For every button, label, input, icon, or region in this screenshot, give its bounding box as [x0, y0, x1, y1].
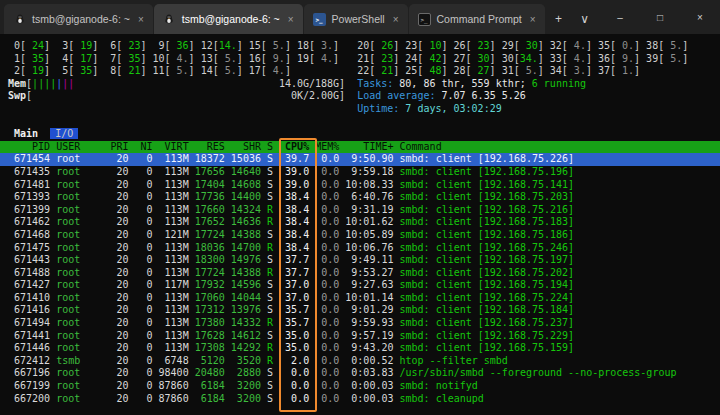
tab-close-icon[interactable]: × [138, 14, 144, 25]
uptime: Uptime: 7 days, 03:02:29 [357, 103, 502, 114]
cell-pid: 671446 [8, 342, 50, 353]
cell-res: 17628 [195, 330, 225, 341]
terminal[interactable]: 0[24]3[19]6[23]9[36]12[14.]15[5.]18[3.]2… [0, 34, 720, 415]
cell-pri: 20 [110, 191, 128, 202]
process-row[interactable]: 671399 root 20 0 113M 17660 14324 R 38.4… [0, 204, 720, 217]
cell-time: 0:03.83 [345, 367, 393, 378]
process-row[interactable]: 671462 root 20 0 113M 17652 14636 R 38.4… [0, 216, 720, 229]
cell-cpu: 0.0 [279, 367, 309, 378]
column-header-virt[interactable]: VIRT [159, 141, 189, 152]
column-header-shr[interactable]: SHR [231, 141, 261, 152]
process-row[interactable]: 671410 root 20 0 113M 17060 14044 S 37.0… [0, 292, 720, 305]
cell-pid: 671427 [8, 279, 50, 290]
uptime-value: 7 days, 03:02:29 [405, 103, 501, 114]
cpu-meter-row: 0[24]3[19]6[23]9[36]12[14.]15[5.]18[3.]2… [8, 40, 720, 53]
cell-res: 17724 [195, 267, 225, 278]
cell-ni: 0 [134, 229, 152, 240]
cell-shr: 14292 [231, 342, 261, 353]
cell-res: 5120 [195, 355, 225, 366]
cpu-meter: 29[30] [502, 40, 544, 51]
tab-close-icon[interactable]: × [530, 14, 536, 25]
minimize-button[interactable]: – [600, 0, 640, 34]
htop-tab-io[interactable]: I/O [50, 128, 78, 139]
cpu-meter-row: 2[19]5[35]8[21]11[5.]14[5.]17[4.]22[21]2… [8, 65, 720, 78]
process-row[interactable]: 671435 root 20 0 113M 17656 14640 S 39.0… [0, 166, 720, 179]
process-row[interactable]: 667196 root 20 0 98400 20480 2880 S 0.0 … [0, 367, 720, 380]
memory-meter-value: 14.0G/188G [279, 78, 339, 91]
process-row[interactable]: 671446 root 20 0 113M 17308 14292 R 35.0… [0, 342, 720, 355]
terminal-tab[interactable]: >_PowerShell× [304, 4, 408, 34]
load-average: Load average: 7.07 6.35 5.26 [357, 90, 526, 101]
cell-time: 0:00.03 [345, 380, 393, 391]
cpu-meter: 8[21] [104, 65, 146, 76]
cell-pri: 20 [110, 292, 128, 303]
cell-user: root [56, 292, 110, 303]
cell-mem: 0.0 [315, 342, 339, 353]
column-header-pid[interactable]: PID [8, 141, 50, 152]
process-row[interactable]: 671475 root 20 0 113M 18036 14700 R 38.4… [0, 242, 720, 255]
tab-dropdown-button[interactable]: ∨ [572, 4, 598, 34]
cell-shr: 3200 [231, 380, 261, 391]
process-row[interactable]: 671443 root 20 0 113M 18300 14976 S 37.7… [0, 254, 720, 267]
cell-cpu: 35.0 [279, 342, 309, 353]
cell-virt: 113M [159, 153, 189, 164]
column-header-pri[interactable]: PRI [110, 141, 128, 152]
process-row[interactable]: 671468 root 20 0 121M 17724 14388 S 38.4… [0, 229, 720, 242]
cell-virt: 113M [159, 292, 189, 303]
process-row[interactable]: 671481 root 20 0 113M 17404 14608 S 39.0… [0, 179, 720, 192]
process-row[interactable]: 671441 root 20 0 113M 17628 14612 S 35.0… [0, 330, 720, 343]
cell-pid: 672412 [8, 355, 50, 366]
process-row[interactable]: 671393 root 20 0 113M 17736 14400 S 38.4… [0, 191, 720, 204]
tasks-value: 80, 86 thr, 559 kthr; [399, 78, 525, 89]
column-header-command[interactable]: Command [400, 141, 442, 152]
process-row[interactable]: 671494 root 20 0 113M 17380 14332 R 35.7… [0, 317, 720, 330]
cell-time: 9:50.90 [345, 153, 393, 164]
cell-pri: 20 [110, 216, 128, 227]
column-header-mem[interactable]: MEM% [315, 141, 339, 152]
cell-time: 9:43.20 [345, 342, 393, 353]
column-header-ni[interactable]: NI [134, 141, 152, 152]
tab-close-icon[interactable]: × [393, 14, 399, 25]
cell-command: smbd: client [192.168.75.194] [400, 279, 575, 290]
new-tab-button[interactable]: + [546, 4, 572, 34]
column-header-res[interactable]: RES [195, 141, 225, 152]
cell-ni: 0 [134, 342, 152, 353]
column-header-time[interactable]: TIME+ [345, 141, 393, 152]
maximize-button[interactable]: □ [640, 0, 680, 34]
cell-user: root [56, 367, 110, 378]
process-row[interactable]: 672412 tsmb 20 0 6748 5120 3520 R 2.0 0.… [0, 355, 720, 368]
memory-meter-bars: ||||||| [32, 78, 74, 91]
column-header-cpu[interactable]: CPU% [279, 141, 309, 152]
cell-res: 17932 [195, 279, 225, 290]
cell-pid: 671443 [8, 254, 50, 265]
column-header-user[interactable]: USER [56, 141, 110, 152]
process-row[interactable]: 667200 root 20 0 87860 6184 3200 S 0.0 0… [0, 393, 720, 406]
process-row[interactable]: 671416 root 20 0 113M 17312 13976 S 35.7… [0, 304, 720, 317]
terminal-tab[interactable]: >_Command Prompt× [409, 4, 545, 34]
cell-virt: 113M [159, 179, 189, 190]
process-row[interactable]: 667199 root 20 0 87860 6184 3200 S 0.0 0… [0, 380, 720, 393]
cell-pri: 20 [110, 153, 128, 164]
terminal-tab[interactable]: tsmb@giganode-6: ~× [154, 4, 303, 34]
cell-shr: 15036 [231, 153, 261, 164]
htop-tab-main[interactable]: Main [14, 128, 38, 139]
cpu-meter: 30[34.] [502, 53, 544, 64]
cell-command: smbd: client [192.168.75.141] [400, 179, 575, 190]
cpu-meter: 17[4.] [249, 65, 291, 76]
process-row[interactable]: 671454 root 20 0 113M 18372 15036 S 39.7… [0, 153, 720, 166]
close-button[interactable]: × [680, 0, 720, 34]
cell-mem: 0.0 [315, 304, 339, 315]
cell-shr: 3200 [231, 393, 261, 404]
tab-strip: tsmb@giganode-6: ~×tsmb@giganode-6: ~×>_… [0, 0, 546, 34]
process-row[interactable]: 671427 root 20 0 117M 17932 14596 S 37.0… [0, 279, 720, 292]
tab-close-icon[interactable]: × [288, 14, 294, 25]
cell-virt: 121M [159, 229, 189, 240]
terminal-tab[interactable]: tsmb@giganode-6: ~× [4, 4, 153, 34]
cell-mem: 0.0 [315, 229, 339, 240]
cell-user: root [56, 153, 110, 164]
cell-pid: 671416 [8, 304, 50, 315]
process-row[interactable]: 671488 root 20 0 113M 17724 14388 R 37.7… [0, 267, 720, 280]
cell-user: root [56, 254, 110, 265]
cell-command: smbd: client [192.168.75.237] [400, 317, 575, 328]
cell-mem: 0.0 [315, 279, 339, 290]
